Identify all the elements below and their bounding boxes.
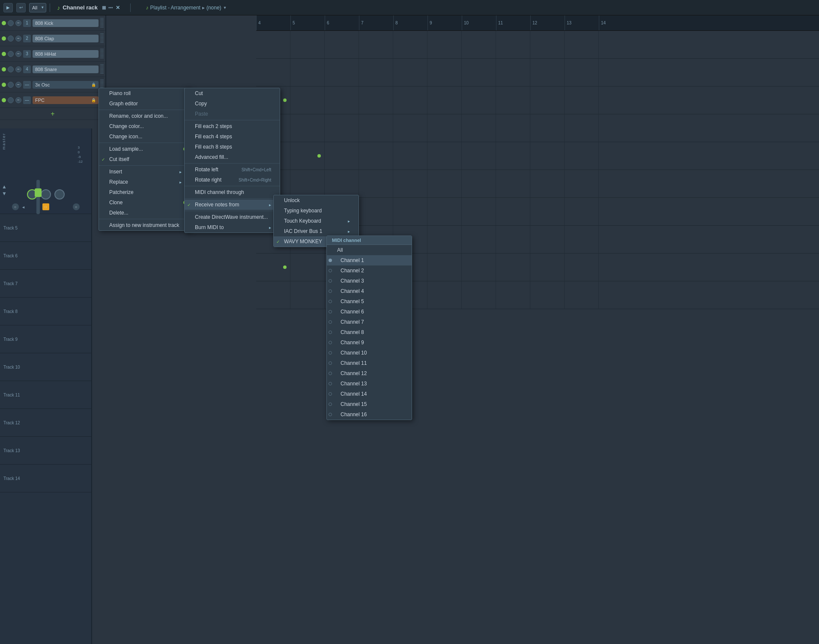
ch1-name[interactable]: 808 Kick — [33, 19, 99, 27]
ch2-active-dot[interactable] — [2, 36, 6, 41]
menu-receive-notes[interactable]: ✓ Receive notes from ▸ — [185, 200, 280, 210]
ch6-mute-btn[interactable]: − — [15, 97, 21, 103]
midi-ch-7[interactable]: Channel 7 — [327, 317, 412, 327]
mix-icon-3[interactable]: ○ — [73, 203, 80, 210]
grid-cell-6-6[interactable] — [427, 59, 462, 86]
fader-knob-2[interactable] — [41, 189, 51, 200]
grid-cell-8-6[interactable] — [427, 114, 462, 142]
grid-cell-5-1[interactable] — [256, 31, 290, 58]
ch3-solo-btn[interactable] — [8, 51, 14, 57]
grid-cell-5-7[interactable] — [462, 31, 496, 58]
grid-cell-13-6[interactable] — [427, 253, 462, 281]
grid-cell-6-7[interactable] — [462, 59, 496, 86]
menu-rename[interactable]: Rename, color and icon... — [99, 111, 190, 121]
ch4-mute-btn[interactable]: − — [15, 66, 21, 72]
midi-ch-6[interactable]: Channel 6 — [327, 307, 412, 317]
grid-cell-14-9[interactable] — [530, 281, 565, 309]
grid-cell-5-2[interactable] — [290, 31, 325, 58]
midi-ch-4[interactable]: Channel 4 — [327, 286, 412, 296]
grid-cell-13-2[interactable] — [290, 253, 325, 281]
midi-ch-12[interactable]: Channel 12 — [327, 368, 412, 379]
grid-cell-10-9[interactable] — [530, 170, 565, 197]
grid-cell-7-7[interactable] — [462, 86, 496, 114]
midi-ch-2[interactable]: Channel 2 — [327, 265, 412, 276]
grid-cell-12-8[interactable] — [496, 226, 530, 253]
menu-change-color[interactable]: Change color... — [99, 121, 190, 131]
grid-cell-9-8[interactable] — [496, 142, 530, 170]
menu-rotate-left[interactable]: Rotate left Shift+Cmd+Left — [185, 164, 280, 175]
midi-ch-3[interactable]: Channel 3 — [327, 276, 412, 286]
grid-cell-13-9[interactable] — [530, 253, 565, 281]
grid-cell-9-3[interactable] — [325, 142, 359, 170]
grid-cell-6-8[interactable] — [496, 59, 530, 86]
menu-piano-roll[interactable]: Piano roll — [99, 88, 190, 98]
grid-cell-6-10[interactable] — [565, 59, 599, 86]
grid-cell-6-9[interactable] — [530, 59, 565, 86]
menu-midi-through[interactable]: MIDI channel through — [185, 187, 280, 197]
menu-rotate-right[interactable]: Rotate right Shift+Cmd+Right — [185, 175, 280, 185]
menu-iac-bus[interactable]: IAC Driver Bus 1 ▸ — [274, 226, 359, 236]
grid-cell-7-10[interactable] — [565, 86, 599, 114]
midi-ch-1[interactable]: Channel 1 — [327, 255, 412, 265]
grid-cell-8-4[interactable] — [359, 114, 393, 142]
grid-cell-7-4[interactable] — [359, 86, 393, 114]
menu-typing-kb[interactable]: Typing keyboard — [274, 206, 359, 216]
grid-cell-14-6[interactable] — [427, 281, 462, 309]
menu-directwave[interactable]: Create DirectWave instrument... — [185, 212, 280, 222]
grid-cell-11-10[interactable] — [565, 198, 599, 225]
grid-cell-12-10[interactable] — [565, 226, 599, 253]
grid-cell-8-3[interactable] — [325, 114, 359, 142]
grid-cell-9-4[interactable] — [359, 142, 393, 170]
midi-ch-9[interactable]: Channel 9 — [327, 337, 412, 348]
menu-fill8[interactable]: Fill each 8 steps — [185, 142, 280, 152]
menu-cut[interactable]: Cut — [185, 88, 280, 98]
ch5-active-dot[interactable] — [2, 83, 6, 87]
grid-cell-11-8[interactable] — [496, 198, 530, 225]
ch2-name[interactable]: 808 Clap — [33, 35, 99, 42]
midi-ch-all[interactable]: All — [327, 245, 412, 255]
ch1-drag-handle[interactable] — [100, 18, 104, 28]
menu-cut-itself[interactable]: ✓ Cut itself — [99, 154, 190, 164]
grid-cell-5-5[interactable] — [393, 31, 427, 58]
nav-down-arrow[interactable]: ▼ — [2, 191, 7, 197]
grid-cell-10-8[interactable] — [496, 170, 530, 197]
grid-cell-10-6[interactable] — [427, 170, 462, 197]
ch4-drag-handle[interactable] — [100, 64, 104, 75]
grid-cell-13-1[interactable] — [256, 253, 290, 281]
grid-cell-9-10[interactable] — [565, 142, 599, 170]
midi-ch-15[interactable]: Channel 15 — [327, 399, 412, 409]
play-button[interactable]: ▶ — [3, 3, 13, 12]
grid-cell-7-2[interactable] — [290, 86, 325, 114]
grid-cell-14-2[interactable] — [290, 281, 325, 309]
grid-cell-8-10[interactable] — [565, 114, 599, 142]
mix-icon-1[interactable]: ○ — [12, 203, 19, 210]
nav-up-arrow[interactable]: ▲ — [2, 184, 7, 190]
menu-graph-editor[interactable]: Graph editor — [99, 98, 190, 109]
grid-cell-9-7[interactable] — [462, 142, 496, 170]
grid-cell-10-3[interactable] — [325, 170, 359, 197]
grid-cell-5-4[interactable] — [359, 31, 393, 58]
grid-cell-9-6[interactable] — [427, 142, 462, 170]
grid-cell-7-6[interactable] — [427, 86, 462, 114]
menu-burn-midi[interactable]: Burn MIDI to ▸ — [185, 222, 280, 233]
midi-ch-5[interactable]: Channel 5 — [327, 296, 412, 307]
grid-cell-8-5[interactable] — [393, 114, 427, 142]
menu-assign-track[interactable]: Assign to new instrument track — [99, 220, 190, 230]
ch5-name[interactable]: 3x Osc 🔒 — [33, 81, 99, 89]
grid-cell-10-2[interactable] — [290, 170, 325, 197]
ch2-mute-btn[interactable]: − — [15, 36, 21, 42]
main-fader-handle[interactable] — [35, 188, 42, 197]
midi-ch-13[interactable]: Channel 13 — [327, 379, 412, 389]
menu-patcherize[interactable]: Patcherize — [99, 187, 190, 197]
grid-cell-12-6[interactable] — [427, 226, 462, 253]
grid-cell-6-3[interactable] — [325, 59, 359, 86]
grid-cell-13-8[interactable] — [496, 253, 530, 281]
ch5-mute-btn[interactable]: − — [15, 82, 21, 88]
channel-filter-dropdown[interactable]: All ▼ — [29, 3, 46, 12]
grid-cell-5-6[interactable] — [427, 31, 462, 58]
grid-cell-7-8[interactable] — [496, 86, 530, 114]
ch1-mute-btn[interactable]: − — [15, 20, 21, 26]
undo-button[interactable]: ↩ — [16, 3, 26, 12]
menu-load-sample[interactable]: Load sample... — [99, 144, 190, 154]
ch1-active-dot[interactable] — [2, 21, 6, 25]
